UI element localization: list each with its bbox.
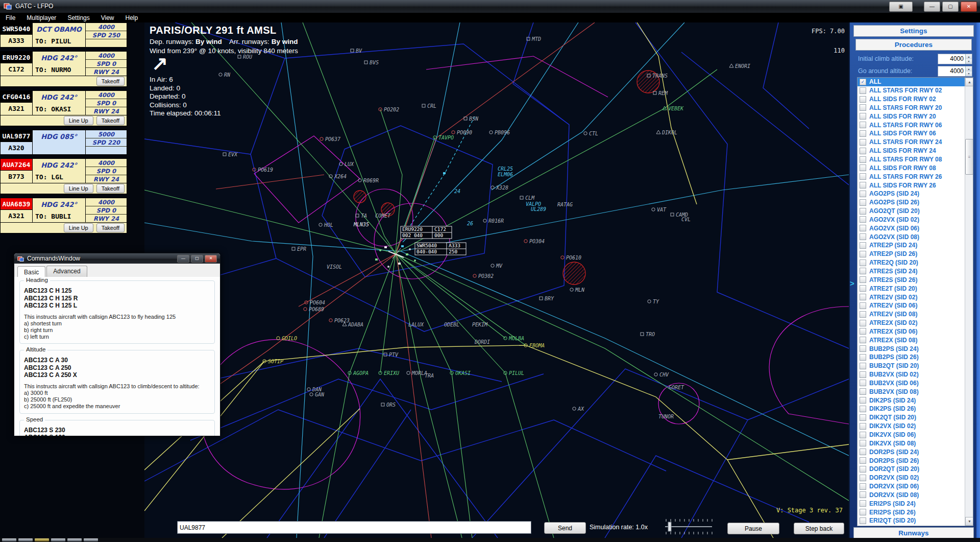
line-up-button[interactable]: Line Up — [64, 116, 93, 125]
procedure-item[interactable]: AGO2VX (SID 02) — [857, 216, 973, 224]
procedure-checkbox[interactable] — [860, 449, 866, 455]
procedure-checkbox[interactable] — [860, 466, 866, 473]
panel-collapse-arrow-icon[interactable]: > — [850, 279, 854, 288]
menu-item-help[interactable]: Help — [120, 13, 144, 22]
procedure-checkbox[interactable] — [860, 388, 866, 395]
procedure-item[interactable]: ALL SIDS FOR RWY 24 — [857, 147, 973, 155]
takeoff-button[interactable]: Takeoff — [96, 223, 125, 232]
procedure-checkbox[interactable] — [860, 414, 866, 421]
procedure-checkbox[interactable] — [860, 345, 866, 352]
procedure-item[interactable]: ALL STARS FOR RWY 20 — [857, 104, 973, 112]
procedure-item[interactable]: ALL SIDS FOR RWY 26 — [857, 181, 973, 190]
close-button[interactable]: ✕ — [961, 2, 977, 12]
takeoff-button[interactable]: Takeoff — [96, 184, 125, 193]
procedure-checkbox[interactable] — [860, 337, 866, 343]
flight-strip-AUA7264[interactable]: AUA7264B773HDG 242°TO: LGL4000SPD 0RWY 2… — [0, 158, 127, 194]
tab-advanced[interactable]: Advanced — [46, 266, 87, 277]
send-button[interactable]: Send — [544, 522, 586, 534]
procedures-list[interactable]: ▲ ≡ ▼ ✓ALLALL STARS FOR RWY 02ALL SIDS F… — [857, 77, 973, 526]
procedure-checkbox[interactable] — [860, 233, 866, 240]
scroll-down-icon[interactable]: ▼ — [965, 517, 973, 526]
procedure-checkbox[interactable] — [860, 251, 866, 257]
procedure-item[interactable]: ALL STARS FOR RWY 26 — [857, 172, 973, 181]
commands-window[interactable]: CommandsWindow — ▢ ✕ BasicAdvanced Headi… — [14, 253, 220, 436]
procedure-checkbox[interactable] — [860, 406, 866, 412]
procedure-checkbox[interactable] — [860, 363, 866, 369]
command-input[interactable] — [177, 521, 531, 534]
flight-strip-CFG0416[interactable]: CFG0416A321HDG 242°TO: OKASI4000SPD 0RWY… — [0, 90, 127, 126]
scroll-thumb[interactable]: ≡ — [965, 139, 973, 175]
procedure-item[interactable]: BUB2VX (SID 08) — [857, 387, 973, 396]
menu-item-file[interactable]: File — [0, 13, 21, 22]
procedure-checkbox[interactable] — [860, 294, 866, 300]
procedure-checkbox[interactable] — [860, 457, 866, 464]
procedure-item[interactable]: ATRE2X (SID 06) — [857, 327, 973, 336]
procedure-checkbox[interactable] — [860, 199, 866, 206]
initial-climb-up-icon[interactable]: ▲ — [965, 54, 972, 59]
taskbar-item[interactable] — [2, 538, 16, 541]
procedure-item[interactable]: DOR2PS (SID 24) — [857, 447, 973, 456]
procedure-checkbox[interactable] — [860, 371, 866, 378]
procedure-item[interactable]: DIK2VX (SID 06) — [857, 431, 973, 439]
slider-handle[interactable] — [668, 522, 671, 531]
procedure-checkbox[interactable] — [860, 113, 866, 120]
procedure-item[interactable]: ATRE2P (SID 26) — [857, 250, 973, 258]
procedure-item[interactable]: ALL STARS FOR RWY 24 — [857, 138, 973, 147]
procedure-item[interactable]: ALL SIDS FOR RWY 20 — [857, 112, 973, 121]
procedure-checkbox[interactable] — [860, 475, 866, 481]
line-up-button[interactable]: Line Up — [64, 223, 93, 232]
procedures-scrollbar[interactable]: ▲ ≡ ▼ — [965, 78, 973, 526]
procedure-item[interactable]: DIK2PS (SID 24) — [857, 396, 973, 405]
procedure-item[interactable]: ALL STARS FOR RWY 06 — [857, 121, 973, 129]
procedure-item[interactable]: ATRE2S (SID 26) — [857, 275, 973, 284]
commands-window-titlebar[interactable]: CommandsWindow — ▢ ✕ — [14, 253, 220, 264]
procedure-item[interactable]: DIK2PS (SID 26) — [857, 405, 973, 413]
minimize-button[interactable]: — — [924, 2, 940, 12]
taskbar-item[interactable] — [67, 538, 82, 541]
procedure-item[interactable]: ATRE2X (SID 08) — [857, 336, 973, 344]
maximize-button[interactable]: ▢ — [942, 2, 959, 12]
procedure-item[interactable]: AGO2QT (SID 20) — [857, 207, 973, 216]
radar-map[interactable]: MTDBVBVSROUENORIRNTRANSREMCRLVEBEKPO202B… — [144, 22, 849, 538]
procedure-checkbox[interactable] — [860, 500, 866, 507]
procedure-checkbox[interactable] — [860, 432, 866, 438]
procedure-checkbox[interactable] — [860, 311, 866, 318]
procedure-item[interactable]: AGO2PS (SID 26) — [857, 198, 973, 207]
procedure-item[interactable]: ALL SIDS FOR RWY 08 — [857, 163, 973, 172]
taskbar[interactable] — [0, 538, 980, 542]
procedure-checkbox[interactable] — [860, 328, 866, 335]
procedure-item[interactable]: ERI2PS (SID 26) — [857, 508, 973, 516]
procedure-item[interactable]: DIK2QT (SID 20) — [857, 413, 973, 422]
procedure-item[interactable]: ERI2QT (SID 20) — [857, 516, 973, 525]
procedure-checkbox[interactable] — [860, 509, 866, 515]
procedure-checkbox[interactable] — [860, 122, 866, 128]
procedure-checkbox[interactable] — [860, 380, 866, 386]
procedure-checkbox[interactable] — [860, 96, 866, 103]
initial-climb-spinner[interactable]: 4000 ▲▼ — [938, 54, 972, 64]
go-around-down-icon[interactable]: ▼ — [965, 72, 972, 77]
taskbar-item[interactable] — [84, 538, 98, 541]
aircraft-datablock-SWR5040[interactable]: SWR5040A333040-040250 — [415, 243, 466, 255]
procedure-item[interactable]: BUB2VX (SID 02) — [857, 370, 973, 379]
procedure-checkbox[interactable] — [860, 397, 866, 404]
flight-strip-ERU9220[interactable]: ERU9220C172HDG 242°TO: NURMO4000SPD 0RWY… — [0, 51, 127, 87]
procedure-checkbox[interactable] — [860, 242, 866, 249]
procedure-checkbox[interactable] — [860, 191, 866, 197]
procedure-checkbox[interactable] — [860, 320, 866, 326]
procedure-item[interactable]: ERI2PS (SID 24) — [857, 499, 973, 508]
initial-climb-down-icon[interactable]: ▼ — [965, 59, 972, 64]
scroll-up-icon[interactable]: ▲ — [965, 78, 973, 86]
procedure-checkbox[interactable] — [860, 491, 866, 498]
procedure-item[interactable]: BUB2PS (SID 24) — [857, 344, 973, 353]
procedure-item[interactable]: ALL STARS FOR RWY 02 — [857, 86, 973, 95]
procedure-item[interactable]: AGO2VX (SID 08) — [857, 232, 973, 241]
procedure-checkbox[interactable] — [860, 104, 866, 111]
menu-item-multiplayer[interactable]: Multiplayer — [21, 13, 62, 22]
procedure-checkbox[interactable] — [860, 260, 866, 266]
procedure-item[interactable]: DOR2PS (SID 26) — [857, 456, 973, 465]
procedure-checkbox[interactable] — [860, 182, 866, 188]
procedure-checkbox[interactable] — [860, 173, 866, 180]
flight-strip-UAL9877[interactable]: UAL9877A320HDG 085°5000SPD 220 — [0, 130, 127, 155]
taskbar-item[interactable] — [18, 538, 33, 541]
procedure-item[interactable]: ALL SIDS FOR RWY 02 — [857, 95, 973, 104]
